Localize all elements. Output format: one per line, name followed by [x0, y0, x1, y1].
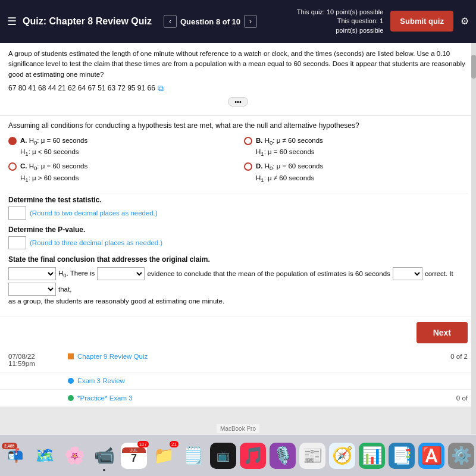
conclusion-dropdown-4[interactable]: appears does not appear [8, 283, 56, 296]
option-a-text: A. H0: μ = 60 seconds H1: μ < 60 seconds [20, 136, 87, 159]
settings-icon[interactable]: ⚙ [461, 15, 469, 27]
test-statistic-input[interactable] [8, 206, 26, 220]
data-row: 67 80 41 68 44 21 62 64 67 51 63 72 95 9… [8, 83, 468, 93]
header-right: This quiz: 10 point(s) possible This que… [297, 8, 469, 35]
conclusion-label: State the final conclusion that addresse… [8, 255, 468, 264]
menu-icon[interactable]: ☰ [7, 15, 17, 28]
quiz-title: Quiz: Chapter 8 Review Quiz [23, 16, 152, 27]
files-badge: 21 [170, 441, 178, 447]
dock-item-facetime[interactable]: 📹 [91, 443, 117, 469]
radio-a[interactable] [8, 137, 17, 145]
next-section: Next [0, 317, 476, 348]
prev-question-button[interactable]: ‹ [164, 15, 177, 28]
dock-item-news[interactable]: 📰 [299, 443, 325, 469]
question-content: A group of students estimated the length… [0, 43, 476, 115]
conclusion-text-h0: H0. There is [58, 270, 95, 278]
hypothesis-options: A. H0: μ = 60 seconds H1: μ < 60 seconds… [8, 136, 468, 185]
radio-b[interactable] [244, 137, 252, 145]
conclusion-dropdown-1[interactable]: Reject Fail to reject [8, 267, 56, 280]
conclusion-text-correct: correct. It [425, 270, 453, 277]
ellipsis-button[interactable]: ••• [228, 97, 248, 107]
next-question-button[interactable]: › [244, 15, 257, 28]
appstore-icon: 🅰️ [421, 446, 442, 465]
option-d[interactable]: D. H0: μ = 60 seconds H1: μ ≠ 60 seconds [244, 161, 468, 184]
radio-c[interactable] [8, 162, 17, 171]
sub-question-section: Assuming all conditions for conducting a… [0, 115, 476, 317]
maps-icon: 🗺️ [35, 446, 55, 465]
test-statistic-section: Determine the test statistic. (Round to … [8, 196, 468, 220]
submit-quiz-button[interactable]: Submit quiz [390, 11, 453, 32]
list-link-2[interactable]: *Practice* Exam 3 [68, 394, 133, 402]
safari-icon: 🧭 [332, 446, 353, 465]
dock-item-keynote[interactable]: 📑 [389, 443, 415, 469]
radio-d[interactable] [244, 162, 252, 171]
option-c-label: C. [20, 162, 27, 170]
conclusion-row2: as a group, the students are reasonably … [8, 298, 468, 305]
header: ☰ Quiz: Chapter 8 Review Quiz ‹ Question… [0, 0, 476, 43]
test-statistic-label: Determine the test statistic. [8, 196, 468, 204]
appletv-icon: 📺 [217, 449, 230, 462]
dock-item-appletv[interactable]: 📺 [210, 443, 236, 469]
p-value-input-row: (Round to three decimal places as needed… [8, 236, 468, 249]
option-c[interactable]: C. H0: μ = 60 seconds H1: μ > 60 seconds [8, 161, 232, 184]
dock-item-files[interactable]: 📁 21 [151, 443, 177, 469]
option-b-label: B. [256, 137, 263, 144]
p-value-input[interactable] [8, 236, 26, 249]
option-a-label: A. [20, 137, 27, 144]
dock-item-podcasts[interactable]: 🎙️ [270, 443, 296, 469]
news-icon: 📰 [302, 446, 323, 465]
list-link-1[interactable]: Exam 3 Review [68, 377, 125, 384]
dock-item-maps[interactable]: 🗺️ [32, 443, 58, 469]
quiz-points-line1: This quiz: 10 point(s) possible [297, 8, 384, 17]
dock-item-photos[interactable]: 🌸 [61, 443, 87, 469]
keynote-icon: 📑 [392, 446, 412, 465]
list-item-1: Exam 3 Review [0, 372, 476, 390]
conclusion-text-that: that, [58, 286, 71, 293]
calendar-badge: 107 [137, 441, 149, 447]
dock-item-safari[interactable]: 🧭 [329, 443, 355, 469]
next-button[interactable]: Next [416, 322, 468, 343]
copy-icon[interactable]: ⧉ [158, 83, 164, 93]
dock-item-reminders[interactable]: 🗒️ [180, 443, 206, 469]
list-score-2: 0 of [456, 394, 468, 402]
p-value-section: Determine the P-value. (Round to three d… [8, 226, 468, 249]
list-item-0: 07/08/2211:59pm Chapter 9 Review Quiz 0 … [0, 348, 476, 372]
quiz-info: This quiz: 10 point(s) possible This que… [297, 8, 384, 35]
option-a[interactable]: A. H0: μ = 60 seconds H1: μ < 60 seconds [8, 136, 232, 159]
macos-dock: 2,485 📬 🗺️ 🌸 📹 JUL 7 107 📁 21 🗒️ 📺 🎵 🎙️ … [0, 434, 476, 476]
dock-item-notification[interactable]: 2,485 📬 [2, 443, 28, 469]
list-link-0[interactable]: Chapter 9 Review Quiz [68, 353, 148, 360]
conclusion-row: Reject Fail to reject H0. There is suffi… [8, 267, 468, 296]
question-text: A group of students estimated the length… [8, 49, 468, 80]
quiz-points-line2: This question: 1 [297, 17, 384, 26]
option-c-text: C. H0: μ = 60 seconds H1: μ > 60 seconds [20, 161, 87, 184]
dock-dot [103, 469, 105, 471]
conclusion-dropdown-3[interactable]: is is not [393, 267, 422, 280]
question-nav: ‹ Question 8 of 10 › [164, 15, 257, 28]
conclusion-dropdown-2[interactable]: sufficient insufficient [97, 267, 145, 280]
option-d-label: D. [256, 162, 263, 170]
orange-square-icon [68, 353, 74, 359]
dock-item-music[interactable]: 🎵 [240, 443, 266, 469]
podcasts-icon: 🎙️ [273, 446, 293, 465]
numbers-icon: 📊 [362, 446, 383, 465]
dock-item-systemprefs[interactable]: ⚙️ [448, 443, 474, 469]
dock-item-appstore[interactable]: 🅰️ [418, 443, 444, 469]
p-value-label: Determine the P-value. [8, 226, 468, 234]
option-b[interactable]: B. H0: μ ≠ 60 seconds H1: μ = 60 seconds [244, 136, 468, 159]
p-value-hint: (Round to three decimal places as needed… [30, 239, 162, 246]
scroll-thumb[interactable] [471, 55, 476, 79]
list-link-text-1[interactable]: Exam 3 Review [77, 377, 125, 384]
facetime-icon: 📹 [94, 446, 115, 465]
dock-notification-icon: 📬 [7, 448, 23, 464]
dock-item-calendar[interactable]: JUL 7 107 [121, 443, 147, 469]
test-statistic-hint: (Round to two decimal places as needed.) [30, 209, 158, 217]
list-link-text-2[interactable]: *Practice* Exam 3 [77, 394, 133, 402]
systemprefs-icon: ⚙️ [451, 446, 472, 465]
dock-item-numbers[interactable]: 📊 [359, 443, 385, 469]
option-b-text: B. H0: μ ≠ 60 seconds H1: μ = 60 seconds [256, 136, 323, 159]
conclusion-section: State the final conclusion that addresse… [8, 255, 468, 305]
scroll-indicator[interactable] [471, 43, 476, 434]
list-link-text-0[interactable]: Chapter 9 Review Quiz [77, 353, 148, 360]
blue-dot-icon [68, 378, 74, 384]
